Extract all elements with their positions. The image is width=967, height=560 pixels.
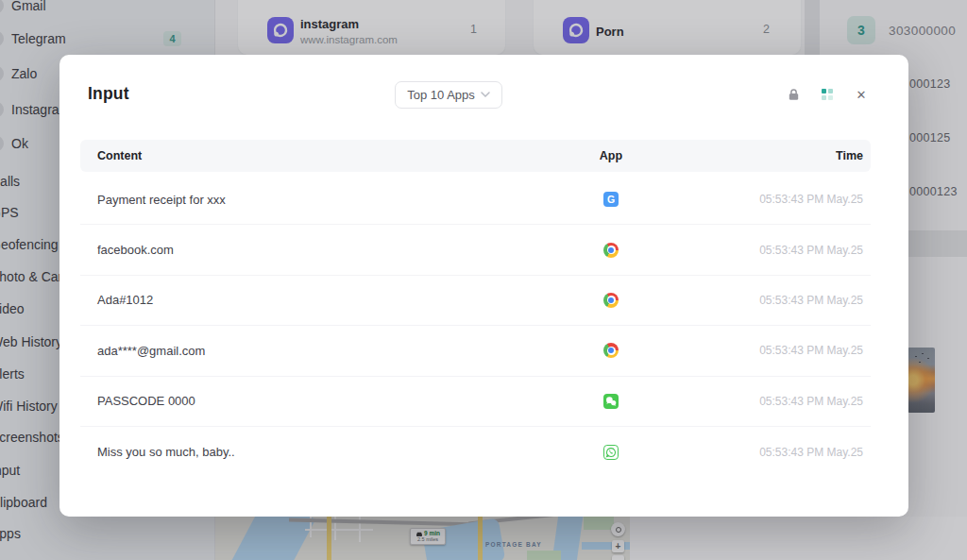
row-content: PASSCODE 0000	[97, 394, 554, 408]
table-body: Payment receipt for xxx G 05:53:43 PM Ma…	[80, 175, 871, 477]
table-row: ada****@gmail.com 05:53:43 PM May.25	[80, 326, 871, 376]
column-header-time: Time	[668, 149, 863, 162]
table-header: Content App Time	[80, 140, 871, 172]
table-row: Miss you so much, baby.. 05:53:43 PM May…	[80, 427, 871, 477]
row-time: 05:53:43 PM May.25	[668, 395, 863, 408]
modal-title: Input	[88, 84, 129, 104]
column-header-content: Content	[97, 149, 554, 162]
modal-header: Input Top 10 Apps ✕	[59, 55, 908, 134]
row-content: facebook.com	[97, 243, 554, 257]
row-time: 05:53:43 PM May.25	[668, 244, 863, 257]
row-time: 05:53:43 PM May.25	[668, 446, 863, 459]
input-modal: Input Top 10 Apps ✕ Content Ap	[59, 55, 908, 517]
row-content: ada****@gmail.com	[97, 344, 554, 358]
top-apps-filter-dropdown[interactable]: Top 10 Apps	[395, 81, 502, 109]
table-row: Payment receipt for xxx G 05:53:43 PM Ma…	[80, 175, 871, 225]
lock-icon[interactable]	[785, 86, 802, 103]
row-content: Ada#1012	[97, 293, 554, 307]
table-row: PASSCODE 0000 05:53:43 PM May.25	[80, 377, 871, 427]
whatsapp-icon	[603, 445, 619, 460]
wechat-icon	[603, 394, 619, 409]
table-row: Ada#1012 05:53:43 PM May.25	[80, 276, 871, 326]
row-time: 05:53:43 PM May.25	[668, 294, 863, 307]
row-content: Payment receipt for xxx	[97, 193, 554, 207]
page: Gmail Telegram4 Zalo Instagram Ok Calls …	[0, 0, 967, 560]
close-icon[interactable]: ✕	[853, 86, 870, 103]
input-table: Content App Time Payment receipt for xxx…	[80, 140, 871, 477]
google-g-icon: G	[603, 192, 619, 207]
chrome-icon	[603, 243, 619, 258]
chrome-icon	[603, 293, 619, 308]
row-time: 05:53:43 PM May.25	[668, 193, 863, 206]
column-header-app: App	[554, 149, 668, 162]
row-content: Miss you so much, baby..	[97, 445, 554, 459]
chevron-down-icon	[481, 92, 490, 98]
apps-grid-icon[interactable]	[819, 86, 836, 103]
row-time: 05:53:43 PM May.25	[668, 344, 863, 357]
chrome-icon	[603, 343, 619, 358]
table-row: facebook.com 05:53:43 PM May.25	[80, 225, 871, 275]
